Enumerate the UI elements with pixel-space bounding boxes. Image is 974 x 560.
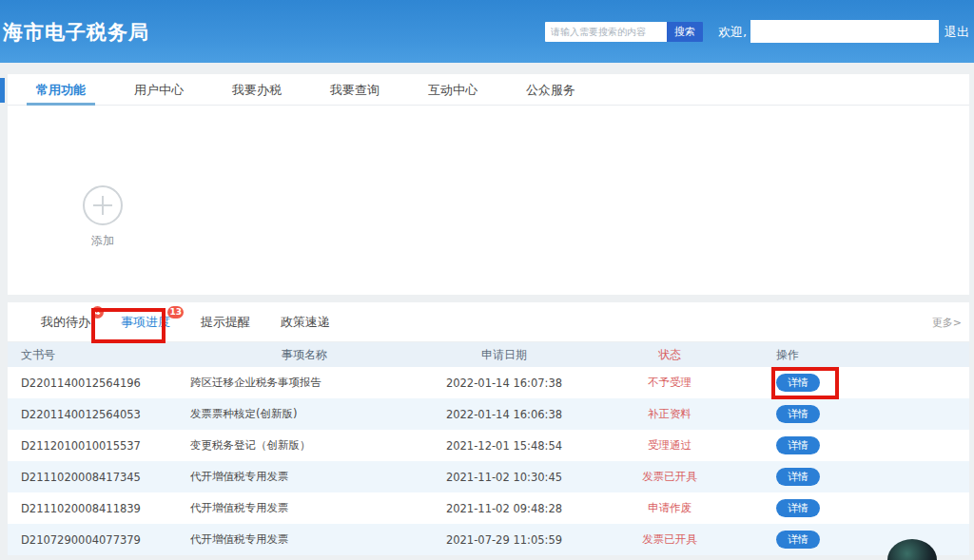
action-cell: 详情 xyxy=(750,524,969,555)
detail-button[interactable]: 详情 xyxy=(776,531,820,549)
main-function-card: 常用功能用户中心我要办税我要查询互动中心公众服务 添加 xyxy=(8,74,969,295)
tab-badge: 4 xyxy=(91,306,104,319)
table-row: D2201140012564053 发票票种核定(创新版) 2022-01-14… xyxy=(8,398,969,430)
status-label: 不予受理 xyxy=(590,367,750,398)
apply-date-cell: 2022-01-14 16:07:38 xyxy=(419,367,590,398)
panel-tab[interactable]: 提示提醒 xyxy=(201,314,250,331)
status-label: 补正资料 xyxy=(590,398,750,430)
status-label: 受理通过 xyxy=(590,430,750,461)
action-cell: 详情 xyxy=(750,461,969,492)
item-name-cell: 代开增值税专用发票 xyxy=(181,524,419,555)
item-name-cell: 代开增值税专用发票 xyxy=(181,492,419,524)
nav-tab[interactable]: 用户中心 xyxy=(134,74,184,106)
site-title: 海市电子税务局 xyxy=(3,19,149,46)
col-header-doc-no: 文书号 xyxy=(8,342,181,367)
detail-button[interactable]: 详情 xyxy=(776,405,820,423)
nav-tab[interactable]: 我要查询 xyxy=(330,74,380,106)
progress-table: 文书号 事项名称 申请日期 状态 操作 D2201140012564196 跨区… xyxy=(8,342,969,555)
item-name-cell: 发票票种核定(创新版) xyxy=(181,398,419,430)
top-header: 海市电子税务局 搜索 欢迎, 退出 xyxy=(0,0,974,63)
table-row: D2111020008417345 代开增值税专用发票 2021-11-02 1… xyxy=(8,461,969,492)
col-header-name: 事项名称 xyxy=(181,342,419,367)
add-label: 添加 xyxy=(76,233,129,249)
panel-tabs: 我的待办4事项进度13提示提醒政策速递更多> xyxy=(8,302,969,342)
apply-date-cell: 2021-12-01 15:48:54 xyxy=(419,430,590,461)
table-row: D2112010010015537 变更税务登记（创新版） 2021-12-01… xyxy=(8,430,969,461)
item-name-cell: 变更税务登记（创新版） xyxy=(181,430,419,461)
panel-tab[interactable]: 我的待办4 xyxy=(41,314,90,331)
item-name-cell: 跨区迁移企业税务事项报告 xyxy=(181,367,419,398)
username-field[interactable] xyxy=(750,20,939,43)
doc-no-cell: D2111020008417345 xyxy=(8,461,181,492)
table-row: D2201140012564196 跨区迁移企业税务事项报告 2022-01-1… xyxy=(8,367,969,398)
panel-tab[interactable]: 事项进度13 xyxy=(121,314,170,331)
doc-no-cell: D2112010010015537 xyxy=(8,430,181,461)
table-row: D2111020008411839 代开增值税专用发票 2021-11-02 0… xyxy=(8,492,969,524)
more-link[interactable]: 更多> xyxy=(932,316,962,330)
status-label: 发票已开具 xyxy=(590,524,750,555)
add-shortcut-button[interactable]: 添加 xyxy=(76,185,129,249)
status-label: 发票已开具 xyxy=(590,461,750,492)
detail-button[interactable]: 详情 xyxy=(776,468,820,486)
status-label: 申请作废 xyxy=(590,492,750,524)
nav-tab[interactable]: 我要办税 xyxy=(232,74,282,106)
apply-date-cell: 2021-11-02 09:48:28 xyxy=(419,492,590,524)
search-input[interactable] xyxy=(545,22,667,42)
logout-button[interactable]: 退出 xyxy=(945,24,969,41)
detail-button[interactable]: 详情 xyxy=(776,436,820,454)
header-search-group: 搜索 xyxy=(545,22,703,42)
apply-date-cell: 2021-11-02 10:30:45 xyxy=(419,461,590,492)
left-edge-strip xyxy=(0,78,5,103)
doc-no-cell: D2107290004077379 xyxy=(8,524,181,555)
progress-table-header: 文书号 事项名称 申请日期 状态 操作 xyxy=(8,342,969,367)
welcome-label: 欢迎, xyxy=(718,24,747,41)
action-cell: 详情 xyxy=(750,398,969,430)
col-header-status: 状态 xyxy=(590,342,750,367)
tab-badge: 13 xyxy=(167,306,184,319)
detail-button[interactable]: 详情 xyxy=(776,499,820,517)
doc-no-cell: D2111020008411839 xyxy=(8,492,181,524)
nav-tab[interactable]: 互动中心 xyxy=(428,74,477,106)
nav-tab[interactable]: 公众服务 xyxy=(526,74,575,106)
table-row: D2107290004077379 代开增值税专用发票 2021-07-29 1… xyxy=(8,524,969,555)
col-header-date: 申请日期 xyxy=(419,342,590,367)
action-cell: 详情 xyxy=(750,430,969,461)
doc-no-cell: D2201140012564196 xyxy=(8,367,181,398)
search-button[interactable]: 搜索 xyxy=(667,22,703,42)
detail-button[interactable]: 详情 xyxy=(776,374,820,392)
action-cell: 详情 xyxy=(750,367,969,398)
task-panel-card: 我的待办4事项进度13提示提醒政策速递更多> 文书号 事项名称 申请日期 状态 … xyxy=(8,302,969,554)
apply-date-cell: 2022-01-14 16:06:38 xyxy=(419,398,590,430)
doc-no-cell: D2201140012564053 xyxy=(8,398,181,430)
nav-tabs: 常用功能用户中心我要办税我要查询互动中心公众服务 xyxy=(8,74,969,106)
item-name-cell: 代开增值税专用发票 xyxy=(181,461,419,492)
apply-date-cell: 2021-07-29 11:05:59 xyxy=(419,524,590,555)
col-header-action: 操作 xyxy=(750,342,969,367)
plus-icon xyxy=(83,185,123,225)
nav-tab[interactable]: 常用功能 xyxy=(36,74,86,106)
progress-table-body: D2201140012564196 跨区迁移企业税务事项报告 2022-01-1… xyxy=(8,367,969,555)
panel-tab[interactable]: 政策速递 xyxy=(281,314,330,331)
action-cell: 详情 xyxy=(750,492,969,524)
